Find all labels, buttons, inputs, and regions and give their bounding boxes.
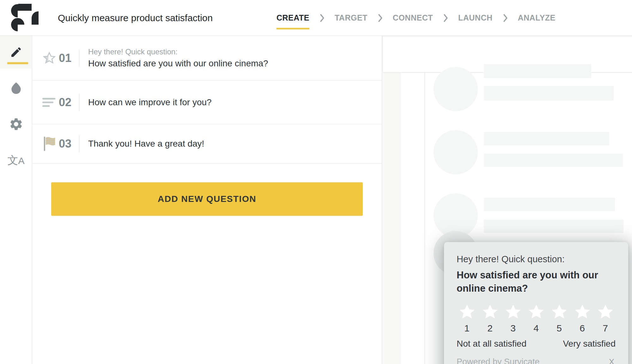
skeleton-bar <box>484 220 623 233</box>
scale-number[interactable]: 4 <box>525 323 548 334</box>
skeleton-bar <box>484 86 614 100</box>
breadcrumb: CREATE TARGET CONNECT LAUNCH ANALYZE <box>276 0 556 36</box>
star-icon[interactable] <box>571 303 594 321</box>
add-new-question-button[interactable]: ADD NEW QUESTION <box>51 182 363 216</box>
tab-connect[interactable]: CONNECT <box>393 12 433 24</box>
tab-launch[interactable]: LAUNCH <box>458 12 493 24</box>
question-intro: Hey there! Quick question: <box>88 46 268 57</box>
close-icon[interactable]: X <box>608 357 616 364</box>
tab-target[interactable]: TARGET <box>335 12 368 24</box>
skeleton-bar <box>484 132 609 145</box>
star-icon[interactable] <box>594 303 617 321</box>
divider <box>79 94 79 111</box>
chevron-right-icon <box>378 14 382 22</box>
sidebar-item-design[interactable] <box>0 72 32 105</box>
star-icon[interactable] <box>478 303 501 321</box>
chevron-right-icon <box>443 14 448 22</box>
question-list-panel: 01 Hey there! Quick question: How satisf… <box>32 36 382 364</box>
skeleton-bar <box>484 198 615 211</box>
star-icon[interactable] <box>501 303 525 321</box>
scale-number[interactable]: 5 <box>548 323 571 334</box>
star-icon <box>42 51 57 65</box>
scale-number[interactable]: 7 <box>594 323 617 334</box>
survicate-logo-icon <box>11 4 39 32</box>
sidebar-item-edit[interactable] <box>0 36 32 69</box>
scale-number[interactable]: 6 <box>571 323 594 334</box>
powered-by-text: Powered by Survicate <box>457 357 540 364</box>
question-text: How can we improve it for you? <box>88 96 212 109</box>
max-label: Very satisfied <box>563 339 616 349</box>
gear-icon <box>9 117 23 131</box>
star-rating <box>455 303 617 321</box>
tab-create[interactable]: CREATE <box>276 12 309 24</box>
skeleton-bar <box>484 64 591 78</box>
question-row-2[interactable]: 02 How can we improve it for you? <box>32 81 382 124</box>
chevron-right-icon <box>320 14 324 22</box>
sidebar: 文A <box>0 36 32 364</box>
min-label: Not at all satisfied <box>457 339 526 349</box>
question-number: 02 <box>59 96 71 109</box>
flag-icon <box>43 136 56 151</box>
scale-numbers: 1 2 3 4 5 6 7 <box>455 323 617 334</box>
pencil-icon <box>10 46 22 58</box>
star-icon[interactable] <box>548 303 571 321</box>
top-bar: Quickly measure product satisfaction CRE… <box>0 0 632 36</box>
sidebar-item-translations[interactable]: 文A <box>0 144 32 177</box>
star-icon[interactable] <box>525 303 548 321</box>
preview-divider-line <box>424 73 425 364</box>
droplet-icon <box>9 81 23 95</box>
card-intro-text: Hey there! Quick question: <box>457 253 616 265</box>
question-number: 03 <box>59 137 71 150</box>
card-question-text: How satisfied are you with our online ci… <box>457 269 615 295</box>
skeleton-bar <box>484 154 623 167</box>
question-row-3[interactable]: 03 Thank you! Have a great day! <box>32 124 382 164</box>
sidebar-item-settings[interactable] <box>0 108 32 141</box>
question-number: 01 <box>59 52 71 65</box>
scale-number[interactable]: 1 <box>455 323 478 334</box>
scale-number[interactable]: 2 <box>478 323 501 334</box>
star-icon[interactable] <box>455 303 478 321</box>
translate-icon: 文A <box>7 155 24 166</box>
survey-preview-card: Hey there! Quick question: How satisfied… <box>444 242 628 364</box>
scale-labels: Not at all satisfied Very satisfied <box>457 339 616 349</box>
skeleton-avatar <box>434 130 478 174</box>
tab-analyze[interactable]: ANALYZE <box>518 12 556 24</box>
skeleton-avatar <box>434 67 478 111</box>
divider <box>79 135 79 152</box>
question-text: How satisfied are you with our online ci… <box>88 57 268 70</box>
divider <box>79 50 79 67</box>
question-row-1[interactable]: 01 Hey there! Quick question: How satisf… <box>32 36 382 81</box>
card-footer: Powered by Survicate X <box>457 357 616 364</box>
scale-number[interactable]: 3 <box>501 323 525 334</box>
preview-left-strip <box>382 73 401 364</box>
chevron-right-icon <box>503 14 507 22</box>
survey-title: Quickly measure product satisfaction <box>58 0 213 36</box>
question-text: Thank you! Have a great day! <box>88 137 204 150</box>
text-lines-icon <box>42 97 56 108</box>
